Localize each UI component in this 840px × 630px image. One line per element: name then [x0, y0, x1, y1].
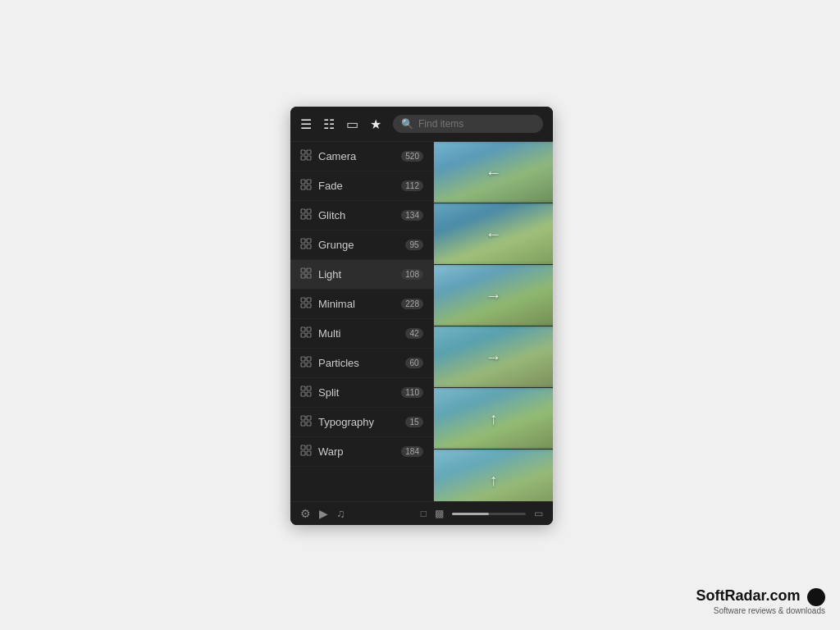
search-input[interactable]: [418, 118, 535, 130]
category-badge: 110: [401, 387, 423, 398]
svg-rect-10: [301, 215, 305, 219]
category-name: Split: [318, 386, 395, 399]
category-name: Multi: [318, 327, 399, 340]
preview-item[interactable]: ←: [434, 203, 553, 265]
category-icon: [300, 149, 312, 163]
main-content: Camera 520 Fade 112 Glitch 134: [290, 142, 553, 501]
category-item-warp[interactable]: Warp 184: [290, 437, 433, 467]
category-item-typography[interactable]: Typography 15: [290, 408, 433, 437]
categories-panel: Camera 520 Fade 112 Glitch 134: [290, 142, 434, 501]
preview-arrow: ↑: [490, 409, 498, 428]
grid-icon[interactable]: ▩: [435, 508, 444, 519]
category-icon: [300, 445, 312, 459]
preview-item[interactable]: →: [434, 326, 553, 388]
category-item-grunge[interactable]: Grunge 95: [290, 231, 433, 260]
svg-rect-31: [307, 363, 311, 367]
svg-rect-38: [301, 422, 305, 426]
category-badge: 184: [401, 446, 423, 457]
preview-item[interactable]: ←: [434, 142, 553, 203]
category-icon: [300, 267, 312, 281]
category-name: Glitch: [318, 209, 395, 221]
svg-rect-32: [301, 386, 305, 390]
svg-rect-25: [307, 327, 311, 331]
svg-rect-12: [301, 239, 305, 243]
category-item-minimal[interactable]: Minimal 228: [290, 290, 433, 319]
preview-arrow: →: [486, 348, 502, 367]
expand-icon[interactable]: □: [421, 508, 427, 519]
list-icon[interactable]: ☷: [323, 116, 335, 132]
svg-rect-35: [307, 392, 311, 396]
svg-rect-40: [301, 445, 305, 450]
category-item-fade[interactable]: Fade 112: [290, 171, 433, 201]
category-name: Typography: [318, 416, 399, 428]
favorites-icon[interactable]: ★: [370, 116, 381, 132]
export-icon[interactable]: ▭: [346, 116, 358, 132]
preview-item[interactable]: ↑: [434, 388, 553, 450]
svg-rect-29: [307, 357, 311, 361]
progress-track[interactable]: [452, 513, 526, 515]
bottom-bar: ⚙ ▶ ♫ □ ▩ ▭: [290, 501, 553, 525]
category-icon: [300, 238, 312, 252]
preview-item[interactable]: ↑: [434, 450, 553, 501]
watermark-title: SoftRadar.com: [696, 587, 801, 604]
svg-rect-4: [301, 180, 305, 184]
svg-rect-21: [307, 298, 311, 302]
category-name: Grunge: [318, 239, 399, 251]
category-item-split[interactable]: Split 110: [290, 378, 433, 408]
category-icon: [300, 208, 312, 222]
category-badge: 60: [405, 358, 423, 368]
category-badge: 112: [401, 180, 423, 191]
category-name: Minimal: [318, 298, 395, 310]
category-badge: 134: [401, 210, 423, 221]
category-name: Warp: [318, 445, 395, 458]
sliders-icon[interactable]: ☰: [300, 116, 312, 132]
fullscreen-icon[interactable]: ▭: [534, 508, 543, 519]
svg-rect-22: [301, 304, 305, 308]
category-icon: [300, 356, 312, 370]
category-item-glitch[interactable]: Glitch 134: [290, 201, 433, 231]
svg-rect-20: [301, 298, 305, 302]
svg-rect-5: [307, 180, 311, 184]
category-icon: [300, 179, 312, 193]
preview-item[interactable]: →: [434, 265, 553, 326]
category-item-light[interactable]: Light 108: [290, 260, 433, 290]
search-box[interactable]: 🔍: [393, 115, 543, 133]
category-item-multi[interactable]: Multi 42: [290, 319, 433, 349]
svg-rect-18: [301, 274, 305, 278]
svg-rect-28: [301, 357, 305, 361]
svg-rect-33: [307, 386, 311, 390]
svg-rect-2: [301, 156, 305, 160]
category-item-particles[interactable]: Particles 60: [290, 349, 433, 378]
category-name: Particles: [318, 357, 399, 369]
music-icon[interactable]: ♫: [336, 507, 345, 520]
category-badge: 520: [401, 151, 423, 162]
svg-rect-42: [301, 451, 305, 455]
svg-rect-37: [307, 416, 311, 420]
watermark-logo-icon: [807, 588, 825, 606]
svg-rect-11: [307, 215, 311, 219]
watermark: SoftRadar.com Software reviews & downloa…: [696, 587, 825, 615]
svg-rect-6: [301, 185, 305, 189]
progress-fill: [452, 513, 489, 515]
svg-rect-14: [301, 244, 305, 249]
category-badge: 228: [401, 299, 423, 309]
category-icon: [300, 415, 312, 429]
toolbar: ☰ ☷ ▭ ★ 🔍: [290, 107, 553, 142]
category-name: Camera: [318, 150, 395, 162]
category-item-camera[interactable]: Camera 520: [290, 142, 433, 171]
play-icon[interactable]: ▶: [319, 507, 328, 520]
svg-rect-3: [307, 156, 311, 160]
category-badge: 15: [405, 417, 423, 427]
preview-arrow: →: [486, 286, 502, 305]
svg-rect-39: [307, 422, 311, 426]
category-name: Fade: [318, 180, 395, 192]
svg-rect-36: [301, 416, 305, 420]
category-icon: [300, 297, 312, 311]
progress-bar-container: [452, 513, 526, 515]
settings-icon[interactable]: ⚙: [300, 507, 311, 520]
svg-rect-26: [301, 333, 305, 337]
svg-rect-15: [307, 244, 311, 249]
svg-rect-27: [307, 333, 311, 337]
app-window: ☰ ☷ ▭ ★ 🔍 Camera 520: [290, 107, 553, 525]
svg-rect-13: [307, 239, 311, 243]
